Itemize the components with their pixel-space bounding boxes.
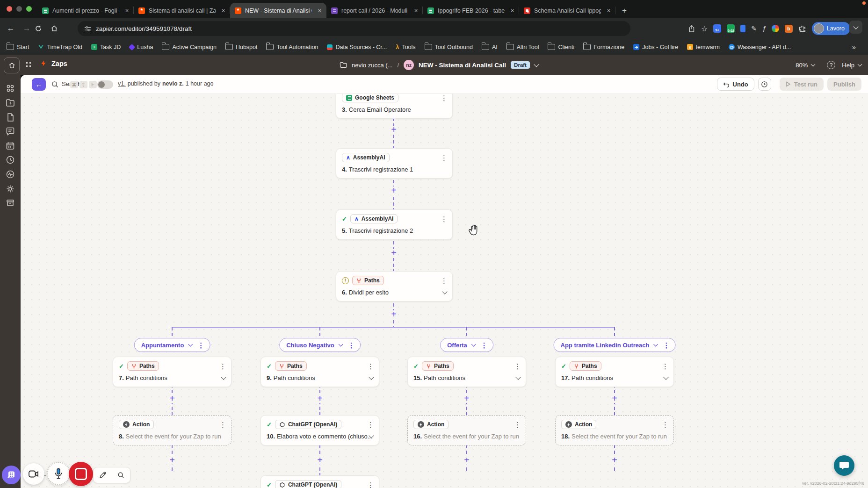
extension-counter-icon[interactable]: 9+	[713, 24, 721, 33]
back-icon[interactable]: ←	[3, 24, 19, 33]
bookmark-formazione[interactable]: Formazione	[583, 44, 624, 50]
undo-button[interactable]: Undo	[717, 78, 754, 91]
step-menu-icon[interactable]: ⋮	[662, 363, 669, 370]
camera-button[interactable]	[23, 463, 44, 485]
step-card-6[interactable]: ! Paths ⋮ 6.Dividi per esito	[336, 271, 453, 301]
add-step-button[interactable]: +	[463, 395, 470, 403]
zaps-nav[interactable]: Zaps	[40, 59, 67, 67]
step-card-15[interactable]: ✓ Paths ⋮ 15.Path conditions	[407, 357, 526, 387]
history-button[interactable]	[758, 78, 771, 91]
branch-pill-chiuso-negativo[interactable]: Chiuso Negativo⋮	[279, 338, 361, 352]
branch-pill-linkedin-outreach[interactable]: App tramite Linkedin Outreach⋮	[554, 338, 676, 352]
support-chat-button[interactable]	[834, 455, 854, 476]
add-step-button[interactable]: +	[611, 456, 618, 465]
tab-moduli-report[interactable]: report call / 2026 - Moduli Go ×	[326, 3, 423, 18]
branch-pill-appuntamento[interactable]: Appuntamento⋮	[134, 338, 210, 352]
sidebar-settings-icon[interactable]	[6, 184, 15, 194]
step-card-bottom-partial[interactable]: ✓ ChatGPT (OpenAI) ⋮	[260, 475, 379, 488]
bookmark-tool-automation[interactable]: Tool Automation	[266, 44, 318, 50]
step-menu-icon[interactable]: ⋮	[514, 421, 521, 428]
chevron-down-icon[interactable]	[653, 342, 658, 347]
sidebar-calendar-icon[interactable]	[6, 141, 15, 151]
branch-pill-offerta[interactable]: Offerta⋮	[440, 338, 493, 352]
url-text[interactable]: zapier.com/editor/349591078/draft	[96, 25, 192, 32]
add-step-button[interactable]: +	[390, 126, 398, 134]
search-icon[interactable]	[51, 81, 58, 88]
step-menu-icon[interactable]: ⋮	[441, 94, 448, 101]
step-menu-icon[interactable]: ⋮	[219, 421, 226, 428]
tab-fogli-aumenti[interactable]: Aumenti di prezzo - Fogli Goo ×	[37, 3, 134, 18]
home-icon[interactable]	[51, 25, 66, 32]
step-menu-icon[interactable]: ⋮	[219, 363, 226, 370]
step-menu-icon[interactable]: ⋮	[441, 215, 448, 222]
reload-icon[interactable]	[35, 25, 51, 32]
branch-menu-icon[interactable]: ⋮	[348, 342, 355, 349]
extension-pen-icon[interactable]: ✎	[751, 25, 757, 32]
step-card-10[interactable]: ✓ ChatGPT (OpenAI) ⋮ 10.Elabora voto e c…	[260, 415, 379, 445]
add-step-button[interactable]: +	[168, 456, 176, 465]
bookmark-start[interactable]: Start	[7, 44, 29, 50]
close-icon[interactable]: ×	[123, 7, 131, 14]
bookmark-tools[interactable]: λTools	[396, 43, 415, 50]
browser-profile-chip[interactable]: Lavoro	[812, 22, 850, 35]
step-card-8[interactable]: Action ⋮ 8.Select the event for your Zap…	[113, 415, 231, 445]
share-icon[interactable]	[688, 25, 695, 33]
add-step-button[interactable]: +	[611, 395, 618, 403]
extension-orange-icon[interactable]: b	[785, 25, 793, 33]
chevron-down-icon[interactable]	[471, 342, 476, 347]
close-window-button[interactable]	[7, 6, 12, 12]
step-card-18[interactable]: Action ⋮ 18.Select the event for your Za…	[555, 415, 674, 445]
bookmark-altri-tool[interactable]: Altri Tool	[506, 44, 539, 50]
step-card-16[interactable]: Action ⋮ 16.Select the event for your Za…	[407, 415, 526, 445]
extensions-puzzle-icon[interactable]	[798, 25, 806, 33]
bookmark-active-campaign[interactable]: Active Campaign	[162, 44, 217, 50]
step-card-5[interactable]: ✓ ∧AssemblyAI ⋮ 5.Trascrivi registrazion…	[336, 209, 453, 240]
close-icon[interactable]: ×	[412, 7, 420, 14]
bookmark-ai[interactable]: AI	[482, 44, 498, 50]
step-menu-icon[interactable]: ⋮	[367, 363, 374, 370]
close-icon[interactable]: ×	[508, 7, 516, 14]
add-step-button[interactable]: +	[390, 310, 398, 319]
branch-menu-icon[interactable]: ⋮	[481, 342, 488, 349]
branch-menu-icon[interactable]: ⋮	[197, 342, 204, 349]
version-link[interactable]: v1.	[118, 80, 126, 87]
branch-menu-icon[interactable]: ⋮	[663, 342, 670, 349]
step-card-3[interactable]: Google Sheets ⋮ 3.Cerca Email Operatore	[336, 94, 453, 119]
widget-launcher-button[interactable]	[2, 466, 21, 484]
publish-button[interactable]: Publish	[827, 78, 861, 91]
step-menu-icon[interactable]: ⋮	[441, 277, 448, 284]
sidebar-monitoring-icon[interactable]	[6, 170, 15, 179]
help-menu[interactable]: ? Help	[827, 61, 861, 69]
sidebar-zaps-folder-icon[interactable]	[6, 98, 15, 108]
microphone-button[interactable]	[47, 462, 70, 485]
close-icon[interactable]: ×	[605, 7, 613, 14]
site-settings-icon[interactable]	[84, 25, 91, 32]
versions-toggle[interactable]	[97, 80, 113, 89]
zap-canvas[interactable]: + + + + + + + + + + + + Google Sheets ⋮	[21, 94, 868, 488]
close-icon[interactable]: ×	[316, 7, 324, 14]
step-card-17[interactable]: ✓ Paths ⋮ 17.Path conditions	[555, 357, 674, 387]
extension-timer-icon[interactable]: 0:02	[727, 24, 735, 33]
maximize-window-button[interactable]	[26, 6, 32, 12]
bookmark-wassenger[interactable]: @Wassenger - API d...	[729, 44, 791, 50]
back-button[interactable]: ←	[32, 78, 46, 91]
tab-ippogrifo-tabella[interactable]: Ippogrifo FEB 2026 - tabella a ×	[423, 3, 519, 18]
close-icon[interactable]: ×	[219, 7, 227, 14]
test-run-button[interactable]: Test run	[780, 78, 824, 91]
bookmark-taskjd[interactable]: +Task JD	[91, 44, 121, 50]
sidebar-messages-icon[interactable]	[6, 127, 15, 136]
chevron-down-icon[interactable]	[338, 342, 343, 347]
sidebar-apps-icon[interactable]	[6, 84, 15, 93]
step-menu-icon[interactable]: ⋮	[662, 421, 669, 428]
window-controls[interactable]	[7, 6, 32, 12]
zoom-control[interactable]: 80%	[796, 62, 815, 69]
sidebar-history-icon[interactable]	[6, 155, 15, 165]
add-step-button[interactable]: +	[390, 249, 398, 258]
chevron-down-icon[interactable]	[188, 342, 193, 347]
magnifier-icon[interactable]	[117, 472, 124, 479]
add-step-button[interactable]: +	[316, 395, 324, 403]
step-card-4[interactable]: ∧AssemblyAI ⋮ 4.Trascrivi registrazione …	[336, 148, 453, 179]
url-bar[interactable]: zapier.com/editor/349591078/draft	[78, 21, 630, 36]
step-menu-icon[interactable]: ⋮	[514, 363, 521, 370]
bookmarks-overflow-chevron[interactable]: »	[852, 43, 856, 51]
